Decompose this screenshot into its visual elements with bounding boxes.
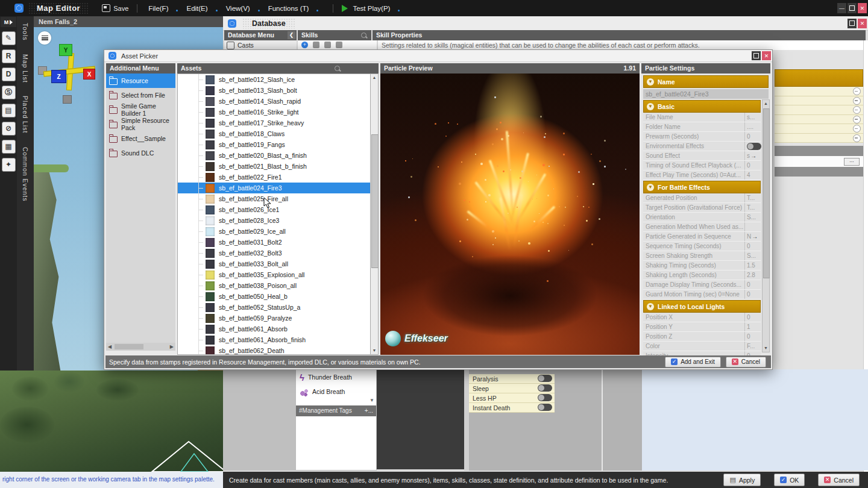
vertical-scrollbar[interactable]: ▲ ▼	[762, 99, 770, 352]
minus-icon[interactable]	[853, 125, 861, 133]
minus-icon[interactable]	[853, 134, 861, 142]
side-tab-tools[interactable]: Tools	[22, 16, 29, 48]
ellipsis-button[interactable]: ...	[844, 158, 860, 166]
list-item[interactable]: sb_ef_battle021_Blast_b_finish	[178, 161, 378, 172]
list-item[interactable]: sb_ef_battle061_Absorb_finish	[178, 334, 378, 345]
side-tab-common-events[interactable]: Common Events	[22, 140, 29, 208]
property-row[interactable]: Generation Method When Used as...	[643, 222, 761, 232]
scrollbar-thumb[interactable]	[115, 344, 143, 349]
scroll-up-icon[interactable]: ▲	[763, 100, 769, 107]
section-header-for-battle-effects[interactable]: ▼For Battle Effects	[643, 181, 761, 193]
property-row[interactable]: Screen Shaking StrengthS...	[643, 251, 761, 261]
restore-button[interactable]	[752, 51, 761, 60]
particle-preview-canvas[interactable]: Effekseer	[380, 74, 640, 355]
list-item[interactable]: sb_ef_battle052_StatusUp_a	[178, 302, 378, 313]
paste-icon[interactable]	[324, 42, 331, 48]
state-row-instant-death[interactable]: Instant Death	[469, 403, 555, 413]
list-item[interactable]: sb_ef_battle061_Absorb	[178, 324, 378, 334]
property-row[interactable]: Damage Display Timing (Seconds...0	[643, 280, 761, 290]
property-row[interactable]: OrientationS...	[643, 213, 761, 222]
list-item[interactable]: sb_ef_battle024_Fire3	[178, 183, 378, 193]
close-button[interactable]: ✕	[858, 3, 867, 13]
add-and-exit-button[interactable]: ✓ Add and Exit	[665, 357, 721, 368]
property-row[interactable]: Environmental Effects	[643, 142, 761, 151]
menu-item-edit-e[interactable]: Edit(E)	[184, 5, 210, 12]
list-item[interactable]: sb_ef_battle017_Strike_heavy	[178, 117, 378, 128]
table-row[interactable]	[775, 124, 863, 134]
system-tool-icon[interactable]: Ⓢ	[2, 86, 16, 99]
close-button[interactable]: ✕	[858, 19, 867, 28]
scroll-up-icon[interactable]: ▲	[371, 74, 378, 81]
property-row[interactable]: Sound Effects→	[643, 151, 761, 161]
list-item[interactable]: sb_ef_battle026_Ice1	[178, 204, 378, 215]
list-item[interactable]: sb_ef_battle013_Slash_bolt	[178, 85, 378, 96]
test-play-button[interactable]: Test Play(P)	[342, 5, 392, 12]
list-item[interactable]: sb_ef_battle033_Bolt_all	[178, 258, 378, 269]
card-tool-icon[interactable]: ▦	[2, 140, 16, 154]
table-row[interactable]	[775, 134, 863, 143]
property-row[interactable]: Particle Generated in SequenceN→	[643, 232, 761, 242]
skill-item-thunder-breath[interactable]: ϟThunder Breath	[296, 370, 376, 384]
menu-item-functions-t[interactable]: Functions (T)	[266, 5, 312, 12]
delete-icon[interactable]	[336, 42, 342, 48]
list-item[interactable]: sb_ef_battle022_Fire1	[178, 172, 378, 183]
property-row[interactable]: ColorF...	[643, 342, 761, 351]
scroll-down-icon[interactable]: ▼	[371, 347, 378, 354]
property-row[interactable]: Generated PositionT...	[643, 193, 761, 203]
list-item[interactable]: sb_ef_battle031_Bolt2	[178, 237, 378, 248]
table-row[interactable]	[775, 87, 863, 96]
list-item[interactable]: sb_ef_battle029_Ice_all	[178, 226, 378, 237]
list-item[interactable]: sb_ef_battle018_Claws	[178, 128, 378, 139]
scrollbar-thumb[interactable]	[763, 108, 770, 278]
toggle-switch[interactable]	[538, 384, 552, 392]
list-item[interactable]: sb_ef_battle028_Ice3	[178, 215, 378, 226]
property-row[interactable]: Shaking Length (Seconds)2.8	[643, 271, 761, 280]
database-tool-icon[interactable]: D	[2, 67, 16, 81]
menu-item-resource[interactable]: Resource	[106, 74, 175, 88]
list-item[interactable]: sb_ef_battle020_Blast_a_finish	[178, 150, 378, 161]
minus-icon[interactable]	[853, 106, 861, 114]
vertical-scrollbar[interactable]: ▲ ▼	[370, 74, 379, 355]
search-icon[interactable]	[361, 33, 366, 38]
list-item[interactable]: sb_ef_battle035_Explosion_all	[178, 269, 378, 280]
resource-tool-icon[interactable]: R	[2, 49, 16, 63]
add-tag-button[interactable]: +...	[365, 405, 373, 416]
horizontal-scrollbar[interactable]: ◀ ▶	[106, 343, 175, 351]
close-button[interactable]: ✕	[762, 51, 771, 60]
scroll-down-icon[interactable]: ▼	[763, 345, 769, 352]
toggle-switch[interactable]	[747, 143, 761, 150]
side-tab-placed-list[interactable]: Placed List	[22, 89, 29, 140]
arrow-right-icon[interactable]: →	[752, 233, 758, 240]
list-item[interactable]: sb_ef_battle050_Heal_b	[178, 291, 378, 302]
minimize-button[interactable]: —	[837, 3, 846, 13]
scroll-right-icon[interactable]: ▶	[170, 344, 174, 349]
list-item[interactable]: sb_ef_battle038_Poison_all	[178, 280, 378, 291]
list-item[interactable]: sb_ef_battle032_Bolt3	[178, 248, 378, 258]
property-row[interactable]: Position Y1	[643, 322, 761, 332]
side-tab-map-list[interactable]: Map List	[22, 48, 29, 90]
save-button[interactable]: Save	[102, 4, 128, 12]
property-row[interactable]: Position Z0	[643, 332, 761, 342]
gizmo-z-cube[interactable]: Z	[51, 70, 66, 83]
property-row[interactable]: Sequence Timing (Seconds)0	[643, 242, 761, 251]
restore-button[interactable]	[848, 19, 857, 28]
table-row[interactable]	[775, 115, 863, 125]
table-row[interactable]	[775, 96, 863, 106]
scroll-left-icon[interactable]: ◀	[108, 344, 112, 349]
property-row[interactable]: Effect Play Time (Seconds) 0=Aut...4	[643, 170, 761, 180]
sidebar-item-casts[interactable]: Casts	[224, 40, 297, 50]
property-row[interactable]: Shaking Timing (Seconds)1.5	[643, 261, 761, 271]
menu-item-effect-sample[interactable]: Effect__Sample	[106, 131, 175, 146]
dialog-titlebar[interactable]: Asset Picker ✕	[104, 50, 772, 62]
stamp-pen-tool-icon[interactable]: ✎	[2, 31, 16, 45]
property-row[interactable]: Folder Name....	[643, 122, 761, 132]
property-row[interactable]: Timing of Sound Effect Playback (...0	[643, 161, 761, 170]
menu-item-simple-resource-pack[interactable]: Simple Resource Pack	[106, 117, 175, 131]
test-run-tool-icon[interactable]: ✦	[2, 158, 16, 172]
list-item[interactable]: sb_ef_battle014_Slash_rapid	[178, 96, 378, 107]
apply-button[interactable]: ▤ Apply	[723, 474, 761, 486]
gizmo-y-cube[interactable]: Y	[59, 44, 72, 56]
menu-item-file-f[interactable]: File(F)	[146, 5, 171, 12]
property-row[interactable]: Guard Motion Timing (sec) 0=None0	[643, 290, 761, 299]
list-item[interactable]: sb_ef_battle059_Paralyze	[178, 313, 378, 324]
